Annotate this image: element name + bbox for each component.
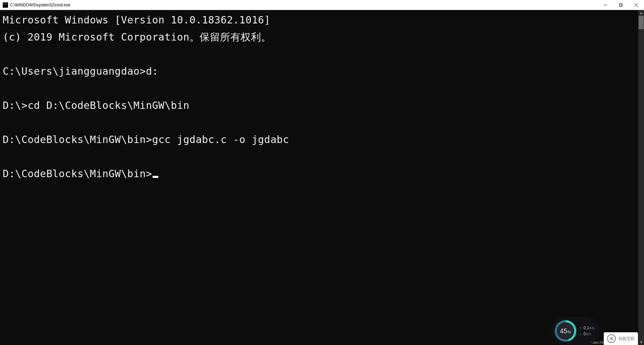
network-stats: ↑ 0.1K/s ↓ 0K/s: [580, 326, 594, 336]
vertical-scrollbar[interactable]: ▲ ▼: [638, 10, 644, 345]
scroll-down-arrow[interactable]: ▼: [638, 339, 644, 345]
cpu-percent-text: 45%: [560, 327, 571, 335]
svg-rect-0: [604, 5, 607, 5]
terminal-line: D:\CodeBlocks\MinGW\bin>: [3, 165, 636, 182]
maximize-restore-icon: [619, 3, 623, 7]
terminal-line: (c) 2019 Microsoft Corporation。保留所有权利。: [3, 28, 636, 46]
terminal-output[interactable]: Microsoft Windows [Version 10.0.18362.10…: [0, 10, 638, 345]
terminal-line: [3, 114, 636, 131]
minimize-button[interactable]: [598, 0, 613, 10]
cmd-icon: [3, 2, 8, 8]
net-down-value: 0K/s: [584, 332, 591, 336]
brand-logo-icon: ✕: [607, 334, 616, 343]
cpu-ring: 45%: [555, 320, 576, 342]
minimize-icon: [604, 3, 607, 7]
cmd-window: C:\WINDOWS\system32\cmd.exe Microsoft Wi…: [0, 0, 644, 345]
arrow-down-icon: ↓: [580, 332, 582, 336]
arrow-up-icon: ↑: [580, 326, 582, 330]
window-controls: [598, 0, 644, 10]
cpu-value: 45: [560, 327, 567, 335]
terminal-line: [3, 46, 636, 63]
window-title: C:\WINDOWS\system32\cmd.exe: [10, 3, 598, 7]
scroll-thumb[interactable]: [639, 16, 644, 29]
terminal-area: Microsoft Windows [Version 10.0.18362.10…: [0, 10, 644, 345]
svg-rect-1: [619, 4, 622, 7]
scroll-up-arrow[interactable]: ▲: [638, 10, 644, 16]
terminal-line: Microsoft Windows [Version 10.0.18362.10…: [3, 11, 636, 28]
terminal-line: C:\Users\jiangguangdao>d:: [3, 63, 636, 80]
brand-text: 创新互联: [619, 336, 635, 342]
close-button[interactable]: [629, 0, 644, 10]
terminal-line: D:\CodeBlocks\MinGW\bin>gcc jgdabc.c -o …: [3, 131, 636, 148]
percent-symbol: %: [568, 330, 571, 334]
terminal-line: D:\>cd D:\CodeBlocks\MinGW\bin: [3, 97, 636, 114]
titlebar[interactable]: C:\WINDOWS\system32\cmd.exe: [0, 0, 644, 10]
overlay-widgets: 45% ↑ 0.1K/s ↓ 0K/s ✕ 创新互联: [551, 317, 638, 345]
performance-widget[interactable]: 45% ↑ 0.1K/s ↓ 0K/s: [551, 317, 600, 345]
svg-rect-2: [620, 3, 623, 6]
net-up-row: ↑ 0.1K/s: [580, 326, 594, 330]
maximize-button[interactable]: [613, 0, 629, 10]
close-icon: [635, 3, 638, 7]
terminal-line: [3, 80, 636, 97]
net-up-value: 0.1K/s: [584, 326, 594, 330]
net-down-row: ↓ 0K/s: [580, 332, 594, 336]
cursor: [153, 176, 158, 178]
terminal-line: [3, 148, 636, 165]
brand-badge[interactable]: ✕ 创新互联: [604, 332, 638, 345]
